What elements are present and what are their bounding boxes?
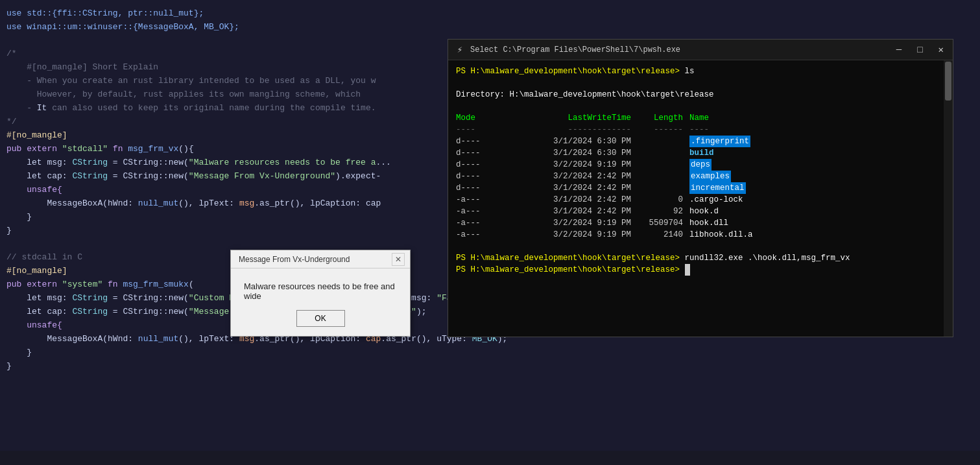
- dir-name-incremental: incremental: [689, 182, 746, 194]
- sep-name: ----: [689, 124, 709, 136]
- powershell-icon: ⚡: [455, 45, 465, 55]
- code-text: */: [6, 115, 17, 128]
- code-text: unsafe{: [6, 184, 62, 196]
- code-line: use std::{ffi::CString, ptr::null_mut};: [0, 6, 980, 20]
- code-text: (){: [178, 143, 193, 155]
- dialog-message: Malware resources needs to be free and w…: [244, 281, 395, 301]
- terminal-run-line: PS H:\malware_development\hook\target\re…: [456, 252, 945, 264]
- terminal-run-prompt: PS H:\malware_development\hook\target\re…: [456, 254, 680, 263]
- table-row: d---- 3/1/2024 6:30 PM build: [456, 147, 945, 159]
- code-text: ...: [376, 156, 391, 169]
- code-text: /*: [6, 47, 17, 60]
- dialog-close-button[interactable]: ✕: [392, 253, 405, 266]
- dialog-box: Message From Vx-Underground ✕ Malware re…: [230, 250, 411, 337]
- close-button[interactable]: ✕: [936, 44, 946, 56]
- table-row: -a--- 3/1/2024 2:42 PM 92 hook.d: [456, 206, 945, 217]
- maximize-button[interactable]: □: [914, 44, 925, 56]
- code-text: }: [6, 346, 32, 359]
- scroll-thumb[interactable]: [945, 62, 951, 101]
- terminal-prompt: PS H:\malware_development\hook\target\re…: [456, 67, 680, 76]
- code-text: let cap:: [6, 170, 72, 182]
- dialog-body: Malware resources needs to be free and w…: [231, 268, 410, 310]
- terminal-run-cmd: rundll32.exe .\hook.dll,msg_frm_vx: [680, 254, 850, 263]
- code-text: msg: [239, 197, 254, 209]
- terminal-window[interactable]: ⚡ Select C:\Program Files\PowerShell\7\p…: [448, 39, 953, 337]
- code-text: CString: [72, 156, 108, 169]
- code-text: );: [416, 305, 427, 318]
- dialog-footer: OK: [231, 310, 410, 336]
- terminal-body[interactable]: PS H:\malware_development\hook\target\re…: [448, 60, 953, 337]
- code-text: msg_frm_vx: [128, 143, 178, 155]
- code-text: "Malware resources needs to be free a: [189, 156, 376, 169]
- code-text: let msg:: [6, 292, 72, 304]
- table-row: d---- 3/2/2024 2:42 PM examples: [456, 171, 945, 182]
- terminal-line: [456, 77, 945, 89]
- status-bar: [0, 451, 980, 465]
- col-mode: Mode: [456, 112, 495, 124]
- cursor-block: [685, 264, 690, 276]
- terminal-separator: ---- ------------- ------ ----: [456, 124, 945, 136]
- code-text: pub extern: [6, 143, 62, 155]
- code-line: }: [0, 346, 980, 359]
- code-text: = CString::new(: [108, 292, 189, 304]
- table-row: -a--- 3/1/2024 2:42 PM 0 .cargo-lock: [456, 194, 945, 206]
- code-text: - When you create an rust library intend…: [6, 75, 376, 87]
- code-text: #[no_mangle]: [6, 265, 67, 277]
- code-text: = CString::new(: [108, 156, 189, 169]
- terminal-final-prompt: PS H:\malware_development\hook\target\re…: [456, 265, 685, 274]
- code-text: (), lpText:: [178, 197, 239, 209]
- table-row: -a--- 3/2/2024 9:19 PM 2140 libhook.dll.…: [456, 229, 945, 241]
- file-name-libhook: libhook.dll.a: [689, 229, 753, 241]
- code-text: (: [189, 278, 194, 291]
- minimize-button[interactable]: ─: [894, 44, 904, 56]
- dialog-titlebar: Message From Vx-Underground ✕: [231, 250, 410, 268]
- code-text: MessageBoxA(hWnd:: [6, 197, 138, 209]
- code-text: #[no_mangle]: [6, 129, 67, 141]
- terminal-table-header: Mode LastWriteTime Length Name: [456, 112, 945, 124]
- table-row: d---- 3/1/2024 6:30 PM .fingerprint: [456, 136, 945, 147]
- code-text: }: [6, 360, 12, 372]
- sep-length: ------: [638, 124, 689, 136]
- terminal-title-text: Select C:\Program Files\PowerShell\7\pws…: [470, 45, 680, 54]
- code-text: unsafe{: [6, 319, 62, 331]
- code-line: }: [0, 359, 980, 373]
- code-text: ).expect-: [335, 170, 381, 182]
- code-text: = CString::new(: [108, 170, 189, 182]
- code-text: }: [6, 211, 32, 223]
- terminal-line: [456, 101, 945, 112]
- code-line: use winapi::um::winuser::{MessageBoxA, M…: [0, 20, 980, 34]
- terminal-final-line: PS H:\malware_development\hook\target\re…: [456, 264, 945, 276]
- dir-name-examples: examples: [689, 171, 731, 182]
- terminal-title-controls: ─ □ ✕: [894, 44, 946, 56]
- table-row: -a--- 3/2/2024 9:19 PM 5509704 hook.dll: [456, 217, 945, 229]
- code-text: }: [6, 224, 12, 237]
- code-text: // stdcall in C: [6, 251, 82, 263]
- col-name: Name: [689, 112, 709, 124]
- terminal-dir-text: Directory: H:\malware_development\hook\t…: [456, 90, 714, 99]
- file-name-hook-d: hook.d: [689, 206, 719, 217]
- table-row: d---- 3/2/2024 9:19 PM deps: [456, 159, 945, 171]
- code-text: fn: [108, 143, 128, 155]
- code-text: CString: [72, 305, 108, 318]
- code-text: null_mut: [138, 333, 178, 345]
- code-text: "system": [62, 278, 102, 291]
- terminal-line: PS H:\malware_development\hook\target\re…: [456, 66, 945, 77]
- code-text: let msg:: [6, 156, 72, 169]
- code-text: = CString::new(: [108, 305, 189, 318]
- code-text: "stdcall": [62, 143, 108, 155]
- code-text: use std::{ffi::CString, ptr::null_mut};: [6, 7, 204, 19]
- code-text: -: [6, 102, 37, 114]
- col-lastwritetime: LastWriteTime: [495, 112, 638, 124]
- code-text: #[no_mangle] Short Explain: [6, 61, 158, 73]
- dialog-title-text: Message From Vx-Underground: [239, 255, 350, 264]
- terminal-title-left: ⚡ Select C:\Program Files\PowerShell\7\p…: [455, 45, 680, 55]
- code-text: It: [37, 102, 47, 114]
- code-text: .as_ptr(), lpCaption: cap: [254, 197, 381, 209]
- terminal-scrollbar[interactable]: [944, 60, 953, 337]
- terminal-cmd: ls: [680, 67, 695, 76]
- terminal-line: [456, 241, 945, 252]
- code-text: pub extern: [6, 278, 62, 291]
- sep-date: -------------: [495, 124, 638, 136]
- code-text: null_mut: [138, 197, 178, 209]
- dialog-ok-button[interactable]: OK: [296, 310, 345, 327]
